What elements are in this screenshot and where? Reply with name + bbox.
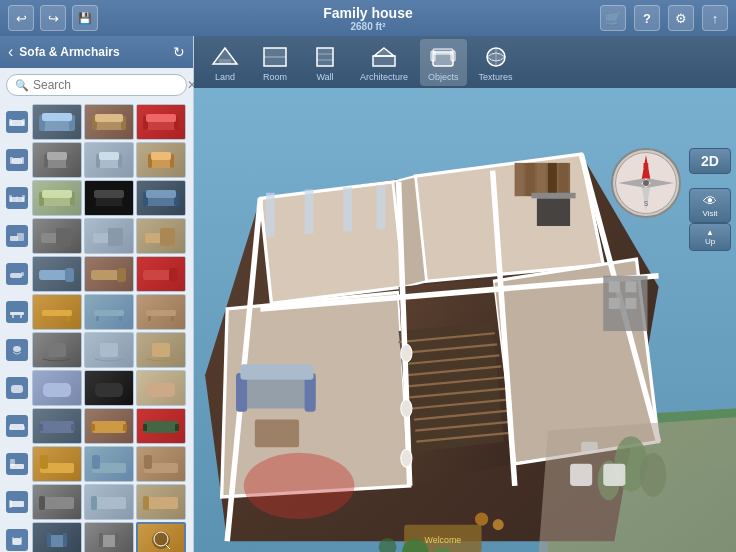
svg-rect-70 — [119, 316, 122, 321]
tool-textures[interactable]: Textures — [471, 39, 521, 86]
architecture-label: Architecture — [360, 72, 408, 82]
furniture-thumb[interactable] — [84, 180, 134, 216]
svg-rect-55 — [21, 272, 24, 276]
view-up-button[interactable]: ▲ Up — [689, 223, 731, 251]
furniture-thumb[interactable] — [84, 332, 134, 368]
save-button[interactable]: 💾 — [72, 5, 98, 31]
search-input[interactable] — [33, 78, 183, 92]
svg-rect-90 — [123, 424, 127, 431]
svg-point-74 — [13, 346, 21, 352]
canvas-area[interactable]: Land Room — [194, 36, 736, 552]
svg-rect-60 — [143, 270, 171, 280]
furniture-thumb[interactable] — [32, 256, 82, 292]
furniture-thumb[interactable] — [84, 104, 134, 140]
svg-text:S: S — [644, 200, 649, 207]
furniture-thumb[interactable] — [32, 408, 82, 444]
furniture-thumb[interactable] — [136, 294, 186, 330]
furniture-thumb[interactable] — [136, 104, 186, 140]
svg-rect-73 — [171, 316, 174, 321]
svg-rect-53 — [160, 228, 175, 246]
svg-rect-115 — [63, 533, 67, 547]
tool-wall[interactable]: Wall — [302, 39, 348, 86]
svg-rect-87 — [71, 424, 75, 431]
help-button[interactable]: ? — [634, 5, 660, 31]
svg-rect-31 — [9, 195, 12, 202]
view-2d-button[interactable]: 2D — [689, 148, 731, 174]
refresh-button[interactable]: ↻ — [173, 44, 185, 60]
settings-button[interactable]: ⚙ — [668, 5, 694, 31]
svg-rect-15 — [12, 158, 22, 164]
furniture-thumb[interactable] — [84, 446, 134, 482]
furniture-thumb[interactable] — [32, 294, 82, 330]
furniture-thumb[interactable] — [136, 522, 186, 552]
furniture-thumb[interactable] — [84, 484, 134, 520]
svg-rect-0 — [10, 120, 24, 126]
svg-rect-83 — [9, 426, 11, 430]
list-item — [2, 180, 191, 216]
furniture-thumb[interactable] — [32, 484, 82, 520]
furniture-thumb[interactable] — [136, 180, 186, 216]
furniture-thumb[interactable] — [84, 142, 134, 178]
redo-button[interactable]: ↪ — [40, 5, 66, 31]
svg-rect-86 — [39, 424, 43, 431]
furniture-thumb[interactable] — [84, 370, 134, 406]
list-item — [2, 522, 191, 552]
undo-button[interactable]: ↩ — [8, 5, 34, 31]
tool-land[interactable]: Land — [202, 39, 248, 86]
tool-architecture[interactable]: Architecture — [352, 39, 416, 86]
furniture-thumb[interactable] — [136, 484, 186, 520]
furniture-thumb[interactable] — [32, 522, 82, 552]
svg-rect-69 — [96, 316, 99, 321]
svg-rect-189 — [255, 420, 299, 448]
furniture-thumb[interactable] — [136, 256, 186, 292]
svg-rect-174 — [526, 163, 535, 196]
furniture-thumb[interactable] — [136, 370, 186, 406]
svg-rect-117 — [99, 533, 103, 547]
svg-rect-109 — [143, 496, 149, 510]
svg-rect-182 — [625, 281, 636, 292]
svg-rect-58 — [91, 270, 119, 280]
floor-plan-view[interactable]: Welcome — [194, 88, 736, 552]
architecture-icon — [369, 43, 399, 71]
cart-button[interactable]: 🛒 — [600, 5, 626, 31]
svg-rect-135 — [431, 51, 435, 61]
furniture-thumb[interactable] — [32, 142, 82, 178]
svg-rect-82 — [10, 424, 24, 430]
svg-rect-124 — [219, 59, 231, 64]
tool-room[interactable]: Room — [252, 39, 298, 86]
svg-rect-184 — [625, 298, 636, 309]
svg-rect-49 — [56, 228, 71, 246]
svg-rect-59 — [117, 268, 126, 282]
svg-rect-17 — [21, 157, 24, 164]
furniture-thumb[interactable] — [32, 104, 82, 140]
furniture-thumb[interactable] — [84, 256, 134, 292]
furniture-thumb[interactable] — [136, 332, 186, 368]
svg-rect-16 — [10, 157, 13, 164]
svg-rect-66 — [44, 316, 47, 321]
view-visit-button[interactable]: 👁 Visit — [689, 188, 731, 223]
furniture-thumb[interactable] — [136, 408, 186, 444]
furniture-thumb[interactable] — [84, 408, 134, 444]
objects-icon — [428, 43, 458, 71]
furniture-thumb[interactable] — [32, 218, 82, 254]
furniture-thumb[interactable] — [32, 332, 82, 368]
app-title-block: Family house 2680 ft² — [323, 5, 412, 32]
furniture-thumb[interactable] — [32, 446, 82, 482]
furniture-thumb[interactable] — [32, 180, 82, 216]
tool-objects[interactable]: Objects — [420, 39, 467, 86]
furniture-thumb[interactable] — [32, 370, 82, 406]
back-button[interactable]: ‹ — [8, 43, 13, 61]
furniture-thumb[interactable] — [84, 522, 134, 552]
category-icon-chaise — [2, 256, 32, 292]
list-item — [2, 142, 191, 178]
list-item — [2, 408, 191, 444]
furniture-thumb[interactable] — [136, 142, 186, 178]
furniture-thumb[interactable] — [84, 294, 134, 330]
share-button[interactable]: ↑ — [702, 5, 728, 31]
furniture-thumb[interactable] — [136, 446, 186, 482]
furniture-thumb[interactable] — [136, 218, 186, 254]
furniture-thumb[interactable] — [84, 218, 134, 254]
svg-rect-64 — [20, 315, 22, 318]
svg-rect-62 — [10, 312, 24, 315]
svg-rect-101 — [144, 455, 152, 469]
